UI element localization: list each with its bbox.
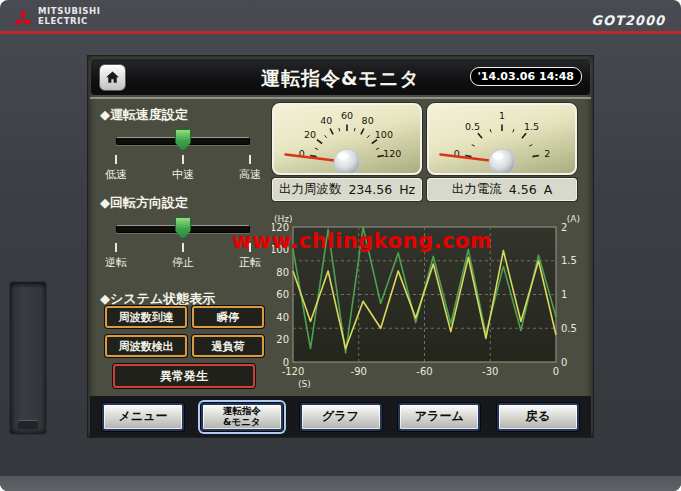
nav-button-0[interactable]: メニュー [102, 403, 184, 431]
gauge-face: 020406080100120 [272, 103, 422, 175]
direction-slider-label: 逆転 [105, 255, 127, 270]
speed-slider-label: 低速 [105, 167, 127, 182]
status-button-0[interactable]: 周波数到達 [105, 306, 187, 328]
gauge-unit: Hz [399, 182, 415, 197]
svg-text:1.5: 1.5 [524, 121, 539, 132]
titlebar-divider [90, 97, 591, 99]
svg-text:120: 120 [383, 148, 401, 159]
x-axis-tick: -60 [416, 366, 432, 377]
svg-text:60: 60 [341, 110, 353, 121]
red-stripe [0, 31, 681, 34]
gauge-value-strip: 出力周波数234.56Hz [272, 178, 422, 201]
bezel-bottom-edge [0, 476, 681, 491]
brand-line2: ELECTRIC [38, 17, 100, 27]
gauge-value-strip: 出力電流4.56A [427, 178, 577, 201]
speed-slider[interactable]: 低速中速高速 [116, 128, 250, 186]
status-lamp-area: 周波数到達瞬停周波数検出過負荷異常発生 [88, 306, 272, 392]
right-axis-tick: 0 [561, 357, 567, 368]
gauge-unit: A [544, 182, 553, 197]
gauge-face: 00.511.52 [427, 103, 577, 175]
direction-slider-tick [115, 243, 117, 252]
title-bar: 運転指令&モニタ '14.03.06 14:48 [91, 59, 590, 95]
direction-slider-tick [182, 243, 184, 252]
gauge-value: 4.56 [509, 182, 537, 197]
left-axis-tick: 20 [276, 334, 289, 345]
usb-cover-door[interactable] [10, 282, 46, 434]
model-logo: GOT2000 [591, 13, 665, 28]
direction-section-title: ◆回転方向設定 [100, 194, 188, 212]
watermark: www.chlingkong.com [232, 229, 492, 253]
svg-text:40: 40 [320, 115, 332, 126]
gauge-label: 出力周波数 [279, 181, 342, 198]
nav-button-3[interactable]: アラーム [398, 403, 480, 431]
gauge-label: 出力電流 [452, 181, 502, 198]
nav-button-1[interactable]: 運転指令 &モニタ [201, 403, 283, 431]
x-axis-tick: -120 [282, 366, 305, 377]
right-axis-tick: 1 [561, 289, 567, 300]
speed-slider-label: 中速 [172, 167, 194, 182]
device-bezel: MITSUBISHI ELECTRIC GOT2000 運転指令&モニタ '14… [0, 0, 681, 491]
right-axis-tick: 1.5 [561, 255, 577, 266]
mitsubishi-logo: MITSUBISHI ELECTRIC [13, 7, 100, 27]
x-axis-unit: (S) [298, 379, 311, 389]
svg-text:100: 100 [375, 129, 393, 140]
status-button-4[interactable]: 異常発生 [113, 364, 255, 388]
output-frequency-gauge: 020406080100120出力周波数234.56Hz [272, 103, 422, 201]
speed-slider-handle[interactable] [175, 129, 191, 151]
right-axis-unit: (A) [567, 214, 580, 224]
direction-slider-handle[interactable] [175, 217, 191, 239]
svg-text:20: 20 [304, 129, 316, 140]
x-axis-tick: -90 [351, 366, 367, 377]
left-axis-tick: 40 [276, 312, 289, 323]
speed-slider-label: 高速 [239, 167, 261, 182]
direction-slider-label: 正転 [239, 255, 261, 270]
gauge-value: 234.56 [348, 182, 392, 197]
right-axis-tick: 2 [561, 222, 567, 233]
speed-section-title: ◆運転速度設定 [100, 106, 188, 124]
svg-text:0.5: 0.5 [465, 121, 480, 132]
x-axis-tick: -30 [482, 366, 498, 377]
status-button-1[interactable]: 瞬停 [192, 306, 264, 328]
svg-text:1: 1 [499, 110, 505, 121]
x-axis-tick: 0 [553, 366, 559, 377]
speed-slider-tick [182, 155, 184, 164]
svg-text:2: 2 [544, 148, 550, 159]
usb-cover-latch[interactable] [18, 420, 38, 429]
direction-slider-label: 停止 [172, 255, 194, 270]
nav-button-4[interactable]: 戻る [497, 403, 579, 431]
speed-slider-tick [249, 155, 251, 164]
left-axis-tick: 80 [276, 267, 289, 278]
left-axis-tick: 60 [276, 289, 289, 300]
nav-button-2[interactable]: グラフ [300, 403, 382, 431]
direction-slider[interactable]: 逆転停止正転 [116, 216, 250, 274]
three-diamond-icon [13, 9, 33, 25]
datetime-display: '14.03.06 14:48 [470, 67, 583, 86]
svg-text:80: 80 [362, 115, 374, 126]
status-button-3[interactable]: 過負荷 [192, 335, 264, 357]
status-button-2[interactable]: 周波数検出 [105, 335, 187, 357]
bottom-nav-bar: メニュー運転指令 &モニタグラフアラーム戻る [90, 396, 591, 437]
output-current-gauge: 00.511.52出力電流4.56A [427, 103, 577, 201]
right-axis-tick: 0.5 [561, 323, 577, 334]
speed-slider-tick [115, 155, 117, 164]
